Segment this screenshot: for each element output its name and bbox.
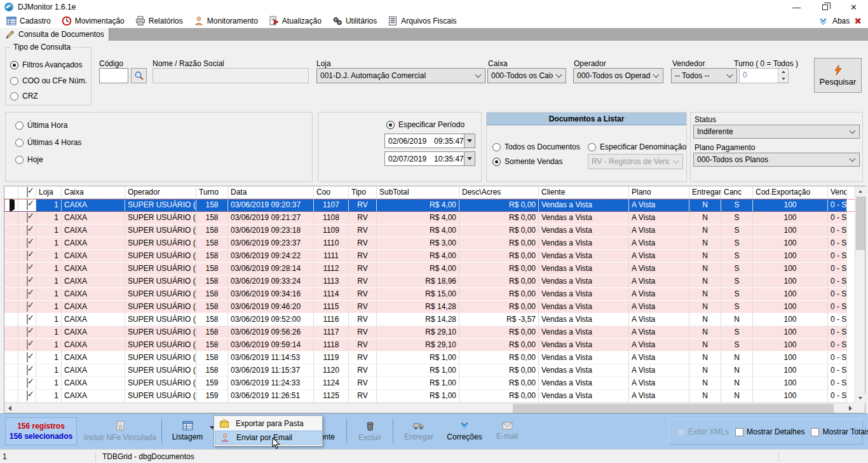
grid-row-select[interactable] xyxy=(18,339,36,352)
grid-cell-desc[interactable]: R$ 0,00 xyxy=(459,288,539,301)
grid-row-select[interactable] xyxy=(18,364,36,377)
grid-cell-entregar[interactable]: N xyxy=(689,250,721,263)
grid-row[interactable]: 1CAIXASUPER USUÁRIO (ALT15803/06/2019 11… xyxy=(4,352,865,364)
grid-cell-cliente[interactable]: Vendas a Vista xyxy=(539,199,629,212)
grid-cell-data[interactable]: 03/06/2019 09:34:16 xyxy=(228,288,314,301)
grid-cell-cliente[interactable]: Vendas a Vista xyxy=(539,314,629,326)
grid-cell-vend[interactable]: 0 - S xyxy=(828,263,847,275)
radio-filtros-avancados[interactable]: Filtros Avançados xyxy=(10,60,83,69)
grid-row-select[interactable] xyxy=(18,275,36,288)
grid-cell-desc[interactable]: R$ 0,00 xyxy=(459,326,539,339)
grid-row[interactable]: 1CAIXASUPER USUÁRIO (ALT15803/06/2019 09… xyxy=(4,250,865,263)
grid-cell-plano[interactable]: A Vista xyxy=(629,339,689,352)
grid-cell-data[interactable]: 03/06/2019 09:56:26 xyxy=(228,326,314,339)
grid-column-header-plano[interactable]: Plano xyxy=(629,186,689,199)
grid-cell-plano[interactable]: A Vista xyxy=(629,237,689,250)
grid-cell-subtotal[interactable]: R$ 1,00 xyxy=(377,390,459,403)
radio-especificar-denominacao[interactable]: Especificar Denominação xyxy=(588,142,686,151)
grid-cell-subtotal[interactable]: R$ 15,00 xyxy=(377,288,459,301)
calendar-dropdown-button[interactable] xyxy=(464,134,475,148)
caixa-select[interactable]: 000-Todos os Caixas xyxy=(487,68,566,83)
grid-cell-desc[interactable]: R$ 0,00 xyxy=(459,212,539,225)
grid-cell-canc[interactable]: S xyxy=(721,199,753,212)
grid-row[interactable]: 1CAIXASUPER USUÁRIO (ALT15803/06/2019 09… xyxy=(4,212,865,225)
search-button[interactable] xyxy=(131,68,147,83)
grid-column-header-caixa[interactable]: Caixa xyxy=(62,186,125,199)
grid-cell-caixa[interactable]: CAIXA xyxy=(62,250,125,263)
grid-cell-subtotal[interactable]: R$ 3,00 xyxy=(377,237,459,250)
grid-cell-tipo[interactable]: RV xyxy=(349,364,377,377)
plano-pagamento-select[interactable]: 000-Todos os Planos xyxy=(693,153,860,167)
grid-cell-tipo[interactable]: RV xyxy=(349,263,377,275)
grid-cell-turno[interactable]: 158 xyxy=(196,288,228,301)
grid-column-header-coo[interactable]: Coo xyxy=(314,186,349,199)
grid-column-header-loja[interactable]: Loja xyxy=(36,186,62,199)
grid-cell-plano[interactable]: A Vista xyxy=(629,250,689,263)
grid-column-header-turno[interactable]: Turno xyxy=(196,186,228,199)
grid-cell-subtotal[interactable]: R$ 14,28 xyxy=(377,301,459,314)
row-checkbox[interactable] xyxy=(27,212,28,223)
grid-cell-operador[interactable]: SUPER USUÁRIO (ALT xyxy=(125,314,196,326)
scroll-left-button[interactable] xyxy=(4,403,15,413)
radio-ultimas-4-horas[interactable]: Últimas 4 Horas xyxy=(15,138,81,147)
row-checkbox[interactable] xyxy=(27,276,28,286)
grid-cell-loja[interactable]: 1 xyxy=(36,250,62,263)
grid-cell-cod[interactable]: 100 xyxy=(753,275,828,288)
radio-somente-vendas[interactable]: Somente Vendas xyxy=(492,157,562,166)
grid-row-select[interactable] xyxy=(18,326,36,339)
grid-cell-vend[interactable]: 0 - S xyxy=(828,225,847,237)
spin-up-button[interactable] xyxy=(778,69,788,76)
grid-cell-operador[interactable]: SUPER USUÁRIO (ALT xyxy=(125,212,196,225)
grid-cell-entregar[interactable]: N xyxy=(689,326,721,339)
row-checkbox[interactable] xyxy=(27,314,28,324)
grid-cell-data[interactable]: 03/06/2019 11:24:33 xyxy=(228,377,314,390)
close-button[interactable]: ✕ xyxy=(839,0,868,14)
grid-cell-cod[interactable]: 100 xyxy=(753,250,828,263)
grid-cell-data[interactable]: 03/06/2019 09:24:22 xyxy=(228,250,314,263)
grid-row-select[interactable] xyxy=(18,250,36,263)
grid-cell-desc[interactable]: R$ 0,00 xyxy=(459,339,539,352)
row-checkbox[interactable] xyxy=(27,225,28,235)
grid-cell-turno[interactable]: 158 xyxy=(196,275,228,288)
grid-cell-vend[interactable]: 0 - S xyxy=(828,275,847,288)
grid-cell-plano[interactable]: A Vista xyxy=(629,326,689,339)
grid-cell-data[interactable]: 03/06/2019 09:23:18 xyxy=(228,225,314,237)
grid-cell-data[interactable]: 03/06/2019 09:20:37 xyxy=(228,199,314,212)
grid-cell-canc[interactable]: S xyxy=(721,275,753,288)
grid-cell-vend[interactable]: 0 - S xyxy=(828,199,847,212)
grid-row-select[interactable] xyxy=(18,199,36,212)
grid-cell-caixa[interactable]: CAIXA xyxy=(62,212,125,225)
row-checkbox[interactable] xyxy=(27,340,28,350)
grid-cell-operador[interactable]: SUPER USUÁRIO (ALT xyxy=(125,339,196,352)
grid-row-select[interactable] xyxy=(18,352,36,364)
grid-cell-operador[interactable]: SUPER USUÁRIO (ALT xyxy=(125,250,196,263)
grid-cell-entregar[interactable]: N xyxy=(689,225,721,237)
grid-row[interactable]: 1CAIXASUPER USUÁRIO (ALT15803/06/2019 09… xyxy=(4,301,865,314)
grid-column-header-canc[interactable]: Canc xyxy=(721,186,753,199)
grid-cell-cliente[interactable]: Vendas a Vista xyxy=(539,352,629,364)
grid-cell-plano[interactable]: A Vista xyxy=(629,225,689,237)
vertical-scroll-thumb[interactable] xyxy=(856,197,865,250)
grid-cell-coo[interactable]: 1109 xyxy=(314,225,349,237)
grid-cell-plano[interactable]: A Vista xyxy=(629,263,689,275)
grid-column-header-operador[interactable]: Operador xyxy=(125,186,196,199)
grid-cell-data[interactable]: 03/06/2019 09:46:20 xyxy=(228,301,314,314)
grid-cell-tipo[interactable]: RV xyxy=(349,275,377,288)
grid-row[interactable]: 1CAIXASUPER USUÁRIO (ALT15903/06/2019 11… xyxy=(4,390,865,403)
grid-cell-caixa[interactable]: CAIXA xyxy=(62,377,125,390)
listagem-button[interactable]: Listagem xyxy=(166,417,208,446)
horizontal-scroll-thumb[interactable] xyxy=(513,404,834,413)
spin-down-button[interactable] xyxy=(778,76,788,83)
grid-cell-cliente[interactable]: Vendas a Vista xyxy=(539,250,629,263)
grid-row[interactable]: 1CAIXASUPER USUÁRIO (ALT15803/06/2019 09… xyxy=(4,225,865,237)
row-checkbox[interactable] xyxy=(27,301,28,312)
grid-cell-loja[interactable]: 1 xyxy=(36,390,62,403)
grid-column-header-subtotal[interactable]: SubTotal xyxy=(377,186,459,199)
grid-row-select[interactable] xyxy=(18,237,36,250)
grid-cell-tipo[interactable]: RV xyxy=(349,225,377,237)
menu-item-exportar-para-pasta[interactable]: Exportar para Pasta xyxy=(215,417,322,431)
operador-select[interactable]: 000-Todos os Operadores xyxy=(573,68,663,83)
grid-cell-caixa[interactable]: CAIXA xyxy=(62,263,125,275)
grid-cell-coo[interactable]: 1112 xyxy=(314,263,349,275)
grid-cell-coo[interactable]: 1119 xyxy=(314,352,349,364)
